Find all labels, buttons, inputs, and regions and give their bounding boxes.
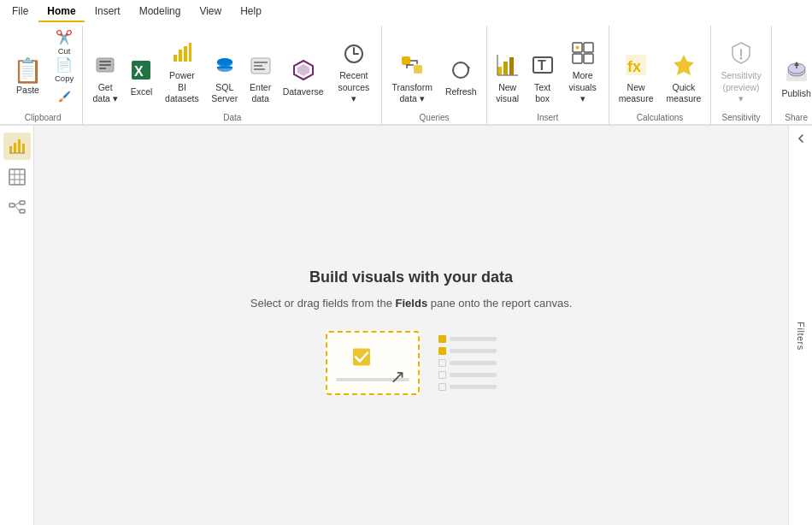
svg-point-40 xyxy=(740,57,743,60)
illus-item-2 xyxy=(438,347,497,355)
share-label: Share xyxy=(775,111,812,122)
illus-card xyxy=(326,331,420,395)
publish-label: Publish xyxy=(781,88,810,100)
main-canvas: Build visuals with your data Select or d… xyxy=(34,126,788,525)
tab-view[interactable]: View xyxy=(191,2,230,22)
get-data-label: Getdata ▾ xyxy=(93,82,118,105)
cut-label: Cut xyxy=(58,46,71,56)
illus-check-4 xyxy=(438,371,446,379)
new-measure-button[interactable]: fx Newmeasure xyxy=(613,49,660,109)
svg-rect-18 xyxy=(254,68,265,70)
dataverse-label: Dataverse xyxy=(283,86,324,98)
svg-rect-48 xyxy=(18,139,21,153)
svg-rect-9 xyxy=(189,43,191,62)
sidebar-item-chart[interactable] xyxy=(3,133,31,160)
transform-data-button[interactable]: Transformdata ▾ xyxy=(385,49,438,109)
svg-rect-57 xyxy=(20,201,25,204)
sensitivity-button[interactable]: Sensitivity(preview) ▾ xyxy=(715,37,767,109)
more-visuals-button[interactable]: Morevisuals ▾ xyxy=(561,37,605,109)
group-insert: Newvisual T Textbox xyxy=(487,26,609,124)
new-visual-label: Newvisual xyxy=(496,82,519,105)
left-sidebar xyxy=(0,126,34,525)
tab-home[interactable]: Home xyxy=(38,2,84,22)
svg-rect-1 xyxy=(99,61,111,62)
new-visual-button[interactable]: Newvisual xyxy=(491,49,525,109)
get-data-button[interactable]: Getdata ▾ xyxy=(86,49,124,109)
quick-measure-label: Quickmeasure xyxy=(667,82,702,105)
svg-rect-16 xyxy=(254,62,268,63)
menu-tabs-row: File Home Insert Modeling View Help xyxy=(0,0,812,24)
subtitle-bold: Fields xyxy=(396,297,428,310)
dataverse-icon xyxy=(292,59,315,85)
group-sensitivity: Sensitivity(preview) ▾ Sensitivity xyxy=(711,26,771,124)
svg-rect-7 xyxy=(179,50,182,62)
recent-sources-icon xyxy=(343,43,365,68)
enter-data-button[interactable]: Enterdata xyxy=(244,50,277,109)
excel-icon: X xyxy=(130,59,152,85)
text-box-button[interactable]: T Textbox xyxy=(526,49,560,109)
text-box-icon: T xyxy=(531,53,555,80)
svg-rect-22 xyxy=(402,56,410,65)
svg-rect-27 xyxy=(509,57,514,75)
illus-item-1 xyxy=(438,335,497,343)
group-share: Publish Share xyxy=(772,26,812,124)
copy-button[interactable]: 📄 Copy xyxy=(50,56,79,82)
recent-sources-button[interactable]: Recentsources ▾ xyxy=(329,38,378,109)
recent-sources-label: Recentsources ▾ xyxy=(335,70,372,105)
group-data: Getdata ▾ X Excel xyxy=(83,26,382,124)
publish-button[interactable]: Publish xyxy=(775,55,812,109)
right-filters-panel: Filters xyxy=(788,126,812,525)
format-painter-button[interactable]: 🖌️ xyxy=(50,84,79,109)
insert-label: Insert xyxy=(491,111,605,122)
more-visuals-icon xyxy=(571,41,595,68)
svg-rect-6 xyxy=(174,55,177,62)
text-box-label: Textbox xyxy=(534,82,550,105)
tab-help[interactable]: Help xyxy=(232,2,270,22)
tab-insert[interactable]: Insert xyxy=(86,2,129,22)
sidebar-item-table[interactable] xyxy=(3,163,31,191)
illustration: ↗ xyxy=(326,327,497,404)
illus-check xyxy=(352,347,371,369)
transform-label: Transformdata ▾ xyxy=(391,82,432,105)
new-measure-label: Newmeasure xyxy=(619,82,654,105)
svg-rect-26 xyxy=(503,62,508,75)
svg-rect-2 xyxy=(99,64,111,66)
excel-button[interactable]: X Excel xyxy=(125,55,158,109)
cut-button[interactable]: ✂️ Cut xyxy=(50,29,79,55)
subtitle-after: pane onto the report canvas. xyxy=(427,297,572,310)
expand-arrow-button[interactable] xyxy=(789,126,812,145)
svg-rect-58 xyxy=(20,209,25,213)
publish-icon xyxy=(785,59,809,86)
enter-data-label: Enterdata xyxy=(250,82,271,105)
canvas-subtitle: Select or drag fields from the Fields pa… xyxy=(250,297,573,310)
refresh-button[interactable]: Refresh xyxy=(439,55,483,109)
svg-point-36 xyxy=(575,46,579,50)
format-painter-icon: 🖌️ xyxy=(58,91,71,103)
illus-line-5 xyxy=(450,385,497,389)
svg-rect-51 xyxy=(9,169,25,185)
cut-icon: ✂️ xyxy=(56,29,73,45)
svg-rect-33 xyxy=(584,43,593,52)
queries-label: Queries xyxy=(385,111,482,122)
svg-line-60 xyxy=(15,205,20,211)
quick-measure-button[interactable]: Quickmeasure xyxy=(661,49,708,109)
refresh-label: Refresh xyxy=(445,86,477,98)
tab-file[interactable]: File xyxy=(3,2,37,22)
new-visual-icon xyxy=(496,53,520,80)
subtitle-before: Select or drag fields from the xyxy=(250,297,396,310)
paste-label: Paste xyxy=(16,85,39,97)
sql-icon xyxy=(214,55,236,80)
excel-label: Excel xyxy=(131,86,153,98)
power-bi-datasets-button[interactable]: Power BIdatasets xyxy=(159,37,205,109)
tab-modeling[interactable]: Modeling xyxy=(131,2,190,22)
more-visuals-label: Morevisuals ▾ xyxy=(567,70,599,105)
data-label: Data xyxy=(86,111,378,122)
sidebar-item-model[interactable] xyxy=(3,194,31,221)
group-clipboard: 📋 Paste ✂️ Cut 📄 Copy 🖌️ xyxy=(3,26,83,124)
illus-item-4 xyxy=(438,371,497,379)
group-queries: Transformdata ▾ Refresh Queries xyxy=(382,26,486,124)
quick-measure-icon xyxy=(672,53,696,80)
paste-button[interactable]: 📋 Paste xyxy=(7,55,49,109)
sql-server-button[interactable]: SQLServer xyxy=(206,50,243,109)
dataverse-button[interactable]: Dataverse xyxy=(278,55,328,109)
